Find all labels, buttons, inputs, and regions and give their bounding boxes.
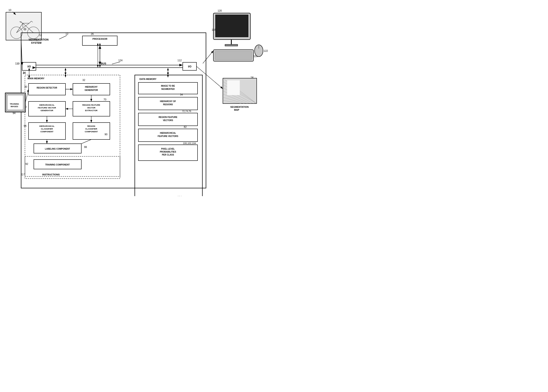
- svg-text:82: 82: [184, 126, 187, 128]
- svg-rect-21: [82, 36, 117, 45]
- svg-text:SEGMENTATION: SEGMENTATION: [28, 38, 49, 41]
- svg-text:98: 98: [84, 146, 87, 148]
- svg-text:24: 24: [23, 71, 26, 74]
- svg-text:30: 30: [24, 85, 27, 88]
- svg-text:GENERATOR: GENERATOR: [41, 109, 53, 112]
- svg-text:REGIONS: REGIONS: [163, 103, 173, 106]
- svg-rect-54: [73, 84, 110, 95]
- svg-line-150: [203, 51, 213, 63]
- svg-text:I/O: I/O: [188, 65, 191, 68]
- svg-point-146: [255, 45, 263, 57]
- svg-rect-108: [138, 129, 198, 142]
- svg-text:GENERATOR: GENERATOR: [85, 89, 98, 91]
- svg-text:INSTRUCTIONS: INSTRUCTIONS: [42, 173, 60, 176]
- svg-rect-104: [138, 113, 198, 126]
- svg-marker-156: [65, 68, 66, 70]
- svg-line-132: [223, 100, 241, 104]
- svg-rect-47: [25, 156, 120, 176]
- svg-line-15: [13, 12, 16, 15]
- svg-line-42: [21, 41, 22, 65]
- svg-rect-82: [34, 144, 81, 153]
- svg-rect-75: [73, 123, 110, 140]
- svg-text:90: 90: [104, 133, 108, 136]
- svg-point-1: [11, 27, 22, 39]
- svg-text:IMAGES: IMAGES: [11, 105, 18, 108]
- svg-text:HIERARCHY: HIERARCHY: [85, 86, 97, 88]
- svg-rect-24: [22, 62, 36, 70]
- svg-text:IMAGE TO BE: IMAGE TO BE: [161, 85, 175, 87]
- svg-text:122: 122: [264, 49, 268, 52]
- svg-point-2: [28, 27, 39, 39]
- svg-line-81: [74, 140, 91, 147]
- svg-text:26: 26: [91, 33, 94, 35]
- svg-line-126: [223, 81, 257, 104]
- svg-text:PROCESSOR: PROCESSOR: [92, 38, 107, 40]
- svg-text:REGION: REGION: [87, 125, 95, 127]
- svg-text:COMPONENT: COMPONENT: [85, 130, 98, 133]
- svg-rect-143: [213, 50, 254, 61]
- svg-text:100,102,104: 100,102,104: [183, 142, 196, 145]
- svg-rect-137: [213, 13, 250, 40]
- svg-text:REGION DETECTOR: REGION DETECTOR: [36, 87, 57, 89]
- svg-line-127: [223, 84, 257, 104]
- svg-line-149: [196, 66, 223, 89]
- svg-rect-138: [215, 15, 248, 37]
- svg-text:CLASSIFIER: CLASSIFIER: [85, 128, 97, 130]
- diagram-container: 10 SEGMENTATION SYSTEM 12 PROCESSOR 26 I…: [0, 0, 274, 196]
- svg-text:HIERARCHICAL: HIERARCHICAL: [39, 104, 55, 106]
- svg-text:SEGMENTED: SEGMENTED: [161, 88, 174, 90]
- svg-text:118: 118: [254, 55, 258, 58]
- svg-marker-159: [28, 68, 30, 70]
- svg-rect-144: [215, 51, 252, 60]
- svg-line-3: [16, 23, 23, 33]
- svg-text:FEATURE VECTOR: FEATURE VECTOR: [38, 106, 56, 109]
- svg-line-130: [223, 94, 247, 104]
- svg-rect-85: [34, 160, 81, 169]
- svg-rect-59: [28, 101, 65, 116]
- svg-text:PROBABILITIES: PROBABILITIES: [160, 151, 176, 153]
- svg-marker-162: [167, 75, 169, 77]
- svg-line-123: [25, 89, 28, 103]
- svg-text:22: 22: [21, 173, 24, 176]
- svg-text:34: 34: [180, 93, 183, 96]
- svg-text:112: 112: [177, 59, 182, 62]
- svg-text:VECTOR: VECTOR: [87, 106, 96, 109]
- svg-marker-40: [97, 43, 99, 45]
- svg-rect-64: [73, 101, 110, 116]
- svg-text:96: 96: [24, 125, 27, 127]
- svg-text:14: 14: [250, 76, 254, 79]
- svg-text:CLASSIFIER: CLASSIFIER: [41, 128, 53, 130]
- svg-marker-153: [99, 65, 101, 68]
- svg-text:12: 12: [65, 33, 69, 35]
- svg-text:116: 116: [212, 28, 216, 31]
- svg-text:PIXEL-LEVEL: PIXEL-LEVEL: [161, 148, 175, 150]
- svg-text:92: 92: [25, 162, 28, 165]
- svg-text:12: 12: [39, 34, 42, 36]
- svg-text:LABELING COMPONENT: LABELING COMPONENT: [45, 148, 70, 150]
- svg-line-129: [223, 91, 250, 104]
- svg-marker-152: [99, 43, 101, 45]
- svg-text:10: 10: [8, 9, 11, 12]
- svg-rect-16: [21, 33, 206, 188]
- svg-line-131: [223, 97, 244, 104]
- svg-line-10: [20, 22, 23, 23]
- svg-line-6: [16, 23, 29, 33]
- svg-rect-51: [28, 84, 65, 95]
- svg-line-128: [223, 88, 254, 104]
- svg-rect-100: [138, 97, 198, 110]
- svg-rect-133: [227, 80, 240, 95]
- svg-text:114: 114: [177, 196, 182, 196]
- svg-text:124: 124: [118, 59, 123, 62]
- svg-text:BUS: BUS: [101, 62, 106, 65]
- svg-text:110: 110: [15, 62, 20, 65]
- svg-line-4: [23, 23, 33, 33]
- svg-text:MAP: MAP: [234, 109, 239, 111]
- svg-text:FEATURE VECTORS: FEATURE VECTORS: [158, 135, 178, 137]
- svg-text:DATA MEMORY: DATA MEMORY: [139, 78, 157, 80]
- svg-line-8: [29, 21, 31, 23]
- svg-rect-118: [6, 94, 24, 111]
- svg-rect-112: [138, 145, 198, 161]
- svg-text:PER CLASS: PER CLASS: [162, 154, 174, 156]
- svg-line-50: [24, 173, 25, 174]
- svg-text:120: 120: [218, 9, 222, 12]
